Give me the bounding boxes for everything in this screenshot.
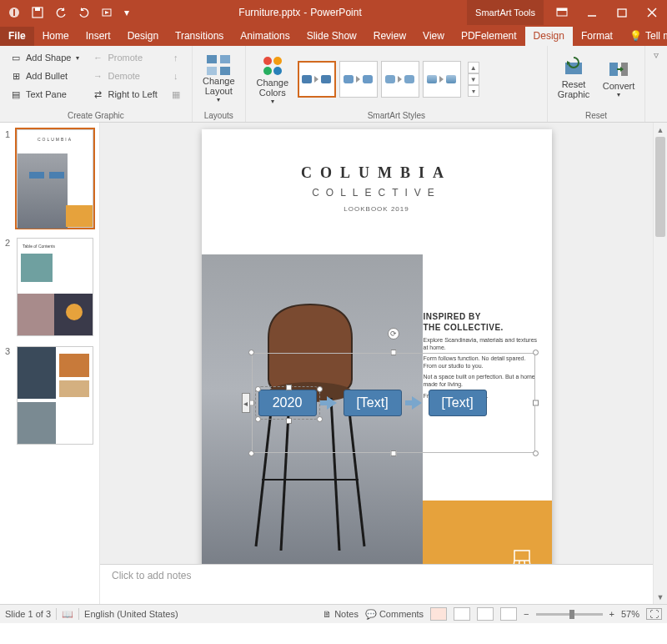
reset-graphic-button[interactable]: Reset Graphic bbox=[553, 49, 594, 106]
node-handle[interactable] bbox=[317, 386, 323, 392]
notes-pane[interactable]: Click to add notes bbox=[100, 564, 653, 604]
tab-file[interactable]: File bbox=[0, 27, 34, 46]
collapse-ribbon-button[interactable]: ▿ bbox=[654, 49, 659, 61]
move-down-button[interactable]: ↓ bbox=[165, 68, 187, 84]
thumbnail-3[interactable] bbox=[17, 346, 93, 445]
resize-handle-ne[interactable] bbox=[533, 350, 539, 355]
tab-smartart-design[interactable]: Design bbox=[525, 27, 573, 46]
gallery-down[interactable]: ▼ bbox=[468, 73, 479, 85]
resize-handle-nw[interactable] bbox=[248, 350, 254, 355]
tellme[interactable]: 💡Tell me... bbox=[621, 27, 667, 46]
svg-rect-8 bbox=[618, 9, 626, 17]
style-3[interactable] bbox=[381, 61, 419, 98]
node-handle[interactable] bbox=[255, 386, 261, 392]
convert-button[interactable]: Convert▾ bbox=[598, 49, 639, 106]
undo-button[interactable] bbox=[52, 3, 70, 22]
slide-canvas[interactable]: COLUMBIA COLLECTIVE LOOKBOOK 2019 bbox=[202, 129, 552, 564]
slide-lookbook: LOOKBOOK 2019 bbox=[202, 205, 552, 213]
svg-rect-1 bbox=[13, 9, 15, 16]
start-from-beginning-button[interactable] bbox=[98, 3, 117, 22]
zoom-in[interactable]: + bbox=[609, 609, 614, 619]
move-up-button[interactable]: ↑ bbox=[165, 49, 187, 66]
right-to-left-button[interactable]: ⇄Right to Left bbox=[87, 86, 161, 103]
style-4[interactable] bbox=[423, 61, 461, 98]
tab-view[interactable]: View bbox=[414, 27, 453, 46]
node-handle[interactable] bbox=[286, 418, 292, 424]
resize-handle-sw[interactable] bbox=[248, 450, 254, 456]
ribbon-display-options[interactable] bbox=[547, 0, 577, 25]
tab-transitions[interactable]: Transitions bbox=[167, 27, 232, 46]
styles-gallery: ▲ ▼ ▾ bbox=[298, 61, 479, 98]
tab-insert[interactable]: Insert bbox=[78, 27, 119, 46]
scroll-down[interactable]: ▼ bbox=[654, 590, 667, 604]
vertical-scrollbar[interactable]: ▲ ▼ bbox=[653, 123, 667, 604]
reading-view-button[interactable] bbox=[477, 607, 494, 621]
app-name: PowerPoint bbox=[310, 7, 361, 18]
zoom-out[interactable]: − bbox=[524, 609, 529, 619]
smartart-object[interactable]: ⟳ ◂ 2020 [Text] [Text] bbox=[252, 353, 535, 453]
save-button[interactable] bbox=[28, 3, 47, 22]
tab-slideshow[interactable]: Slide Show bbox=[298, 27, 365, 46]
text-pane-toggle[interactable]: ◂ bbox=[242, 393, 250, 413]
normal-view-button[interactable] bbox=[430, 607, 447, 621]
reset-icon bbox=[562, 56, 585, 79]
smartart-node-2[interactable]: [Text] bbox=[344, 390, 402, 416]
sorter-view-button[interactable] bbox=[454, 607, 470, 621]
smartart-arrow-1 bbox=[327, 396, 337, 410]
minimize-button[interactable] bbox=[577, 0, 607, 25]
gallery-up[interactable]: ▲ bbox=[468, 62, 479, 73]
add-bullet-button[interactable]: ⊞Add Bullet bbox=[5, 68, 83, 84]
maximize-button[interactable] bbox=[607, 0, 637, 25]
change-colors-button[interactable]: Change Colors▾ bbox=[251, 51, 294, 108]
smartart-node-3[interactable]: [Text] bbox=[429, 390, 487, 416]
add-shape-button[interactable]: ▭Add Shape▾ bbox=[5, 49, 83, 66]
scroll-up[interactable]: ▲ bbox=[654, 123, 667, 137]
comments-toggle[interactable]: 💬Comments bbox=[365, 609, 424, 620]
fit-to-window[interactable]: ⛶ bbox=[646, 608, 662, 620]
svg-rect-11 bbox=[207, 55, 217, 63]
notes-toggle[interactable]: 🗎Notes bbox=[323, 609, 359, 619]
node-handle[interactable] bbox=[317, 416, 323, 422]
redo-button[interactable] bbox=[75, 3, 93, 22]
tab-review[interactable]: Review bbox=[365, 27, 414, 46]
change-layout-button[interactable]: Change Layout▾ bbox=[198, 49, 240, 106]
slideshow-view-button[interactable] bbox=[500, 607, 517, 621]
language-indicator[interactable]: English (United States) bbox=[84, 609, 178, 619]
tab-animations[interactable]: Animations bbox=[232, 27, 298, 46]
svg-rect-14 bbox=[220, 67, 230, 75]
spellcheck-icon[interactable]: 📖 bbox=[62, 609, 73, 620]
node-handle[interactable] bbox=[255, 416, 261, 422]
tab-smartart-format[interactable]: Format bbox=[573, 27, 621, 46]
node-handle[interactable] bbox=[286, 385, 292, 390]
resize-handle-s[interactable] bbox=[390, 450, 396, 456]
tab-home[interactable]: Home bbox=[34, 27, 78, 46]
svg-rect-3 bbox=[35, 8, 40, 11]
layout-button[interactable]: ▦ bbox=[165, 86, 187, 103]
thumbnail-2[interactable]: Table of Contents bbox=[17, 238, 93, 336]
slide-subtitle: COLLECTIVE bbox=[202, 187, 552, 199]
zoom-slider[interactable] bbox=[536, 613, 603, 616]
tab-pdfelement[interactable]: PDFelement bbox=[453, 27, 525, 46]
app-icon[interactable] bbox=[5, 3, 23, 22]
smartart-node-1[interactable]: 2020 bbox=[258, 390, 317, 416]
promote-button[interactable]: ←Promote bbox=[87, 49, 161, 66]
zoom-thumb[interactable] bbox=[569, 610, 574, 619]
qat-customize[interactable]: ▾ bbox=[122, 3, 132, 22]
rotate-handle[interactable]: ⟳ bbox=[388, 328, 399, 340]
resize-handle-n[interactable] bbox=[390, 350, 396, 355]
style-1[interactable] bbox=[298, 61, 336, 98]
tab-design[interactable]: Design bbox=[119, 27, 167, 46]
zoom-level[interactable]: 57% bbox=[621, 609, 639, 619]
text-pane-button[interactable]: ▤Text Pane bbox=[5, 86, 83, 103]
scroll-thumb[interactable] bbox=[655, 137, 665, 237]
thumbnail-1[interactable]: COLUMBIA bbox=[17, 129, 93, 228]
resize-handle-se[interactable] bbox=[533, 450, 539, 456]
resize-handle-e[interactable] bbox=[533, 400, 539, 406]
demote-button[interactable]: →Demote bbox=[87, 68, 161, 84]
slide-indicator[interactable]: Slide 1 of 3 bbox=[5, 609, 51, 619]
filename: Furniture.pptx bbox=[238, 7, 300, 18]
close-button[interactable] bbox=[637, 0, 667, 25]
style-2[interactable] bbox=[339, 61, 378, 98]
slide-thumbnails: 1 COLUMBIA 2 Table of Contents 3 bbox=[0, 123, 100, 604]
gallery-more[interactable]: ▾ bbox=[468, 85, 479, 97]
